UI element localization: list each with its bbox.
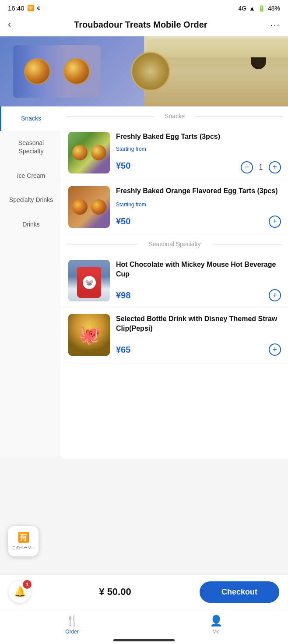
cart-button[interactable]: 🔔 1 <box>9 581 31 603</box>
snacks-section-label: Snacks <box>165 113 185 120</box>
menu-item-bottle-drink: 🐙 Selected Bottle Drink with Disney Them… <box>61 308 288 362</box>
translate-icon: 🈶 <box>18 532 29 543</box>
nav-order-label: Order <box>65 629 79 635</box>
sidebar-item-drinks[interactable]: Drinks <box>0 212 61 237</box>
sidebar-item-specialty-drinks[interactable]: Specialty Drinks <box>0 188 61 212</box>
translate-label: このページ... <box>12 545 35 551</box>
menu-item-egg-tarts: Freshly Baked Egg Tarts (3pcs) Starting … <box>61 126 288 180</box>
sidebar-item-seasonal-specialty[interactable]: Seasonal Specialty <box>0 131 61 164</box>
qty-value: 1 <box>257 163 264 171</box>
back-button[interactable]: ‹ <box>8 19 11 30</box>
hot-chocolate-name: Hot Chocolate with Mickey Mouse Hot Beve… <box>116 260 281 280</box>
nav-me[interactable]: 👤 Me <box>144 615 288 635</box>
hot-chocolate-price: ¥98 <box>116 290 130 301</box>
divider-right <box>195 116 283 117</box>
me-icon: 👤 <box>210 615 223 627</box>
orange-tarts-info: Freshly Baked Orange Flavored Egg Tarts … <box>116 186 281 228</box>
increase-qty-button[interactable]: + <box>269 161 281 173</box>
status-wifi-icon: 🛜 <box>27 5 34 11</box>
sidebar-item-ice-cream[interactable]: Ice Cream <box>0 164 61 188</box>
divider-left <box>67 116 154 117</box>
status-bar: 16:40 🛜 ⊕ 4G ▲ 🔋 48% <box>0 0 288 14</box>
orange-tarts-starting: Starting from <box>116 202 281 208</box>
menu-content: Snacks Freshly Baked Egg Tarts (3pcs) St… <box>61 106 288 459</box>
sidebar-item-snacks[interactable]: Snacks <box>0 106 61 131</box>
divider-right2 <box>211 244 283 244</box>
egg-tarts-starting: Starting from <box>116 146 281 152</box>
add-bottle-drink-button[interactable]: + <box>269 343 281 356</box>
nav-order[interactable]: 🍴 Order <box>0 615 144 635</box>
hot-chocolate-info: Hot Chocolate with Mickey Mouse Hot Beve… <box>116 260 281 301</box>
category-sidebar: Snacks Seasonal Specialty Ice Cream Spec… <box>0 106 61 459</box>
bottle-drink-info: Selected Bottle Drink with Disney Themed… <box>116 314 281 356</box>
bottle-drink-name: Selected Bottle Drink with Disney Themed… <box>116 314 281 334</box>
seasonal-section-header: Seasonal Specialty <box>61 234 288 254</box>
page-title: Troubadour Treats Mobile Order <box>74 20 207 30</box>
decrease-qty-button[interactable]: − <box>241 161 253 173</box>
hot-chocolate-image: 🐭 <box>68 260 110 301</box>
status-network: 4G <box>238 5 246 12</box>
status-battery: 48% <box>268 5 280 12</box>
home-indicator <box>113 639 175 641</box>
egg-tarts-name: Freshly Baked Egg Tarts (3pcs) <box>116 132 281 142</box>
order-icon: 🍴 <box>66 615 79 627</box>
egg-tarts-info: Freshly Baked Egg Tarts (3pcs) Starting … <box>116 132 281 173</box>
add-hot-chocolate-button[interactable]: + <box>269 289 281 301</box>
egg-tarts-price: ¥50 <box>116 161 130 171</box>
menu-item-hot-chocolate: 🐭 Hot Chocolate with Mickey Mouse Hot Be… <box>61 254 288 308</box>
more-button[interactable]: ··· <box>270 20 280 30</box>
status-signal-icon: ⊕ <box>37 5 41 11</box>
header: ‹ Troubadour Treats Mobile Order ··· <box>0 14 288 36</box>
bottom-navigation: 🍴 Order 👤 Me <box>0 609 288 644</box>
orange-tarts-name: Freshly Baked Orange Flavored Egg Tarts … <box>116 186 281 196</box>
bottle-drink-image: 🐙 <box>68 314 110 356</box>
cart-badge: 1 <box>23 580 32 589</box>
orange-tarts-price: ¥50 <box>116 216 130 226</box>
status-time: 16:40 <box>8 4 25 12</box>
menu-item-orange-tarts: Freshly Baked Orange Flavored Egg Tarts … <box>61 180 288 234</box>
egg-tarts-controls: − 1 + <box>241 161 281 173</box>
status-battery-icon: 🔋 <box>258 5 265 12</box>
add-orange-tarts-button[interactable]: + <box>269 216 281 228</box>
orange-tarts-image <box>68 186 110 228</box>
hero-image <box>0 36 288 106</box>
translate-button[interactable]: 🈶 このページ... <box>8 526 39 556</box>
main-content: Snacks Seasonal Specialty Ice Cream Spec… <box>0 106 288 459</box>
bottle-drink-price: ¥65 <box>116 345 130 355</box>
snacks-section-header: Snacks <box>61 106 288 126</box>
checkout-bar: 🔔 1 ¥ 50.00 Checkout <box>0 574 288 609</box>
checkout-button[interactable]: Checkout <box>200 581 279 603</box>
checkout-total: ¥ 50.00 <box>99 586 131 598</box>
nav-me-label: Me <box>212 629 220 635</box>
divider-left2 <box>67 244 138 244</box>
egg-tarts-image <box>68 132 110 173</box>
status-signal-bars: ▲ <box>249 5 255 12</box>
seasonal-section-label: Seasonal Specialty <box>148 241 200 248</box>
cart-icon: 🔔 <box>14 586 26 598</box>
